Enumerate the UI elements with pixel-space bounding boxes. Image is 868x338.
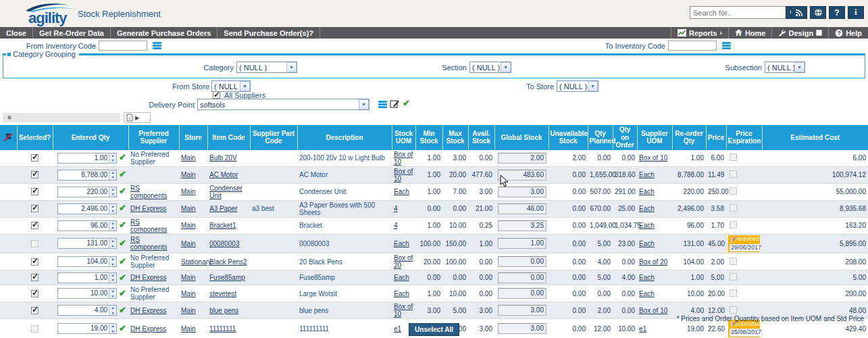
entered-qty-input[interactable]: 4.00▲▼ bbox=[57, 305, 117, 316]
store-link[interactable]: Main bbox=[181, 222, 196, 229]
store-link[interactable]: Main bbox=[181, 290, 196, 297]
global-stock-field[interactable]: 3.00 bbox=[498, 187, 546, 197]
section-select[interactable]: ( NULL )▼ bbox=[469, 62, 511, 73]
entered-qty-input[interactable]: 104.00▲▼ bbox=[57, 256, 117, 267]
category-select[interactable]: ( NULL )▼ bbox=[236, 62, 297, 73]
entered-qty-input[interactable]: 131.00▲▼ bbox=[57, 238, 117, 249]
supplier-uom-link[interactable]: Each bbox=[639, 171, 655, 178]
column-header-estimated-cost[interactable]: Estimated Cost bbox=[762, 125, 868, 150]
qty-spinner[interactable]: ▲▼ bbox=[109, 187, 116, 197]
entered-qty-input[interactable]: 1.00▲▼ bbox=[57, 153, 117, 164]
item-code-link[interactable]: 00080003 bbox=[209, 240, 240, 247]
global-stock-field[interactable]: 0.00 bbox=[498, 272, 546, 283]
column-header-description[interactable]: Description bbox=[297, 125, 392, 150]
qty-spinner[interactable]: ▲▼ bbox=[109, 257, 116, 266]
stock-uom-link[interactable]: 4 bbox=[394, 205, 398, 212]
global-stock-field[interactable]: 483.60 bbox=[498, 170, 546, 180]
global-stock-field[interactable]: 3.25 bbox=[498, 220, 546, 231]
qty-spinner[interactable]: ▲▼ bbox=[109, 306, 116, 315]
feed-button[interactable] bbox=[791, 6, 807, 19]
store-link[interactable]: Main bbox=[181, 188, 196, 195]
item-code-link[interactable]: blue pens bbox=[209, 307, 238, 314]
entered-qty-input[interactable]: 220.00▲▼ bbox=[57, 187, 117, 197]
preferred-supplier-link[interactable]: RS components bbox=[130, 185, 167, 199]
row-selected-checkbox[interactable] bbox=[31, 274, 39, 281]
all-suppliers-checkbox[interactable] bbox=[213, 91, 220, 99]
entered-qty-input[interactable]: 2,496.00▲▼ bbox=[57, 203, 117, 214]
global-stock-field[interactable]: 2.00 bbox=[498, 153, 546, 164]
help-button[interactable]: ? Help bbox=[828, 27, 868, 39]
price-expiration-checkbox[interactable] bbox=[730, 221, 737, 228]
price-expiration-checkbox[interactable] bbox=[730, 170, 737, 178]
supplier-uom-link[interactable]: Each bbox=[639, 188, 655, 195]
global-stock-field[interactable]: 0.00 bbox=[498, 288, 546, 299]
preferred-supplier-link[interactable]: DH Express bbox=[130, 205, 166, 212]
qty-spinner[interactable]: ▲▼ bbox=[109, 239, 116, 248]
supplier-uom-link[interactable]: Box of 20 bbox=[639, 258, 667, 266]
stock-uom-link[interactable]: Each bbox=[394, 290, 409, 297]
entered-qty-input[interactable]: 8,788.00▲▼ bbox=[57, 170, 117, 180]
price-expiration-checkbox[interactable] bbox=[730, 306, 737, 314]
qty-spinner[interactable]: ▲▼ bbox=[109, 221, 116, 231]
stock-uom-link[interactable]: Each bbox=[394, 240, 409, 247]
row-selected-checkbox[interactable] bbox=[31, 307, 39, 314]
globe-button[interactable] bbox=[810, 6, 826, 19]
qty-spinner[interactable]: ▲▼ bbox=[109, 153, 116, 163]
stock-uom-link[interactable]: Each bbox=[394, 274, 409, 281]
price-expiration-checkbox[interactable] bbox=[730, 273, 737, 281]
store-link[interactable]: Main bbox=[181, 171, 196, 178]
item-code-link[interactable]: Bracket1 bbox=[209, 222, 236, 229]
stock-uom-link[interactable]: Box of 20 bbox=[394, 254, 413, 269]
column-header-selected-[interactable]: Selected? bbox=[17, 125, 53, 150]
item-code-link[interactable]: stevetest bbox=[209, 290, 236, 297]
column-header-supplier-uom[interactable]: Supplier UOM bbox=[637, 125, 672, 150]
supplier-uom-link[interactable]: Each bbox=[639, 274, 655, 281]
price-expiration-checkbox[interactable] bbox=[730, 289, 737, 297]
to-inventory-lookup-icon[interactable] bbox=[722, 42, 731, 49]
preferred-supplier-link[interactable]: RS components bbox=[130, 218, 167, 233]
preferred-supplier-link[interactable]: DH Express bbox=[130, 307, 166, 314]
home-button[interactable]: Home bbox=[728, 27, 772, 39]
column-header-price[interactable]: Price bbox=[706, 125, 726, 150]
column-header-min-stock[interactable]: Min Stock bbox=[415, 125, 442, 150]
to-store-select[interactable]: ( NULL )▼ bbox=[557, 80, 598, 92]
price-expiration-checkbox[interactable] bbox=[730, 258, 737, 265]
supplier-uom-link[interactable]: Box of 10 bbox=[639, 154, 667, 162]
stock-uom-link[interactable]: Each bbox=[394, 188, 409, 195]
store-link[interactable]: Main bbox=[181, 307, 196, 314]
preferred-supplier-link[interactable]: DH Express bbox=[130, 274, 166, 281]
design-checkbox[interactable] bbox=[816, 30, 822, 36]
row-selected-checkbox[interactable] bbox=[31, 154, 39, 162]
column-header-qty-planned[interactable]: Qty Planned bbox=[588, 125, 613, 150]
column-header-global-stock[interactable]: Global Stock bbox=[494, 125, 548, 150]
row-selected-checkbox[interactable] bbox=[31, 171, 39, 178]
info-button[interactable]: i bbox=[848, 6, 864, 19]
entered-qty-input[interactable]: 1.00▲▼ bbox=[57, 272, 117, 283]
price-expiration-checkbox[interactable] bbox=[730, 187, 737, 195]
qty-spinner[interactable]: ▲▼ bbox=[109, 170, 116, 180]
from-inventory-lookup-icon[interactable] bbox=[153, 42, 161, 49]
apply-check-icon[interactable]: ✔ bbox=[403, 98, 410, 108]
column-header-unavailable-stock[interactable]: Unavailable Stock bbox=[548, 125, 588, 150]
qty-spinner[interactable]: ▲▼ bbox=[109, 204, 116, 214]
subsection-select[interactable]: ( NULL )▼ bbox=[765, 62, 805, 73]
column-header-supplier-part-code[interactable]: Supplier Part Code bbox=[250, 125, 297, 150]
generate-purchase-orders-button[interactable]: Generate Purchase Orders bbox=[111, 27, 218, 39]
column-header-re-order-qty[interactable]: Re-order Qty bbox=[672, 125, 706, 150]
global-stock-field[interactable]: 46.00 bbox=[498, 203, 546, 214]
column-header-price-expiration[interactable]: Price Expiration bbox=[726, 125, 762, 150]
column-header-max-stock[interactable]: Max Stock bbox=[442, 125, 468, 150]
qty-spinner[interactable]: ▲▼ bbox=[109, 289, 116, 298]
send-purchase-orders-button[interactable]: Send Purchase Order(s)? bbox=[218, 27, 320, 39]
preferred-supplier-link[interactable]: RS components bbox=[130, 236, 167, 251]
column-header-item-code[interactable]: Item Code bbox=[207, 125, 250, 150]
stock-uom-link[interactable]: Box of 10 bbox=[394, 303, 413, 318]
row-selected-checkbox[interactable] bbox=[31, 205, 39, 212]
design-button[interactable]: Design bbox=[771, 27, 828, 39]
supplier-uom-link[interactable]: Box of 10 bbox=[639, 307, 667, 314]
delivery-point-lookup-icon[interactable] bbox=[378, 101, 387, 108]
from-inventory-code-input[interactable] bbox=[99, 41, 147, 51]
column-header-avail-stock[interactable]: Avail. Stock bbox=[468, 125, 494, 150]
global-stock-field[interactable]: 3.00 bbox=[498, 305, 546, 316]
item-code-link[interactable]: A3 Paper bbox=[209, 205, 238, 212]
